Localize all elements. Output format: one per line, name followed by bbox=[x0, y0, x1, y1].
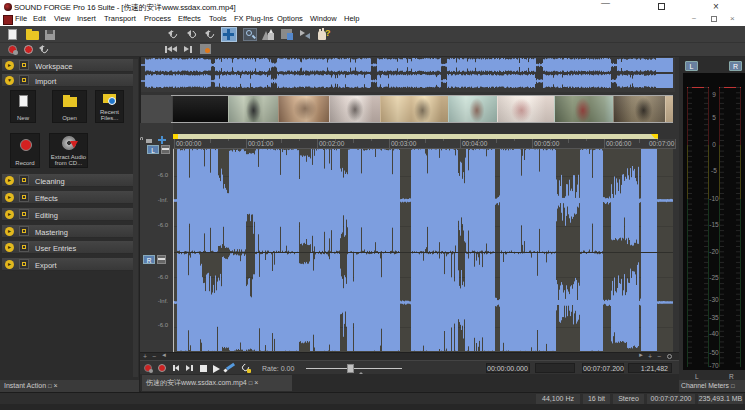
svg-text:-10: -10 bbox=[709, 195, 719, 202]
svg-text:-15: -15 bbox=[709, 221, 719, 228]
svg-text:-25: -25 bbox=[709, 274, 719, 281]
svg-text:-20: -20 bbox=[709, 248, 719, 255]
svg-text:9: 9 bbox=[712, 91, 716, 98]
svg-text:-40: -40 bbox=[709, 330, 719, 337]
svg-text:-30: -30 bbox=[709, 296, 719, 303]
svg-text:-5: -5 bbox=[711, 167, 717, 174]
svg-text:5: 5 bbox=[712, 114, 716, 121]
svg-text:0: 0 bbox=[712, 141, 716, 148]
svg-text:-50: -50 bbox=[709, 349, 719, 356]
svg-text:-35: -35 bbox=[709, 314, 719, 321]
svg-text:-70: -70 bbox=[709, 362, 719, 369]
